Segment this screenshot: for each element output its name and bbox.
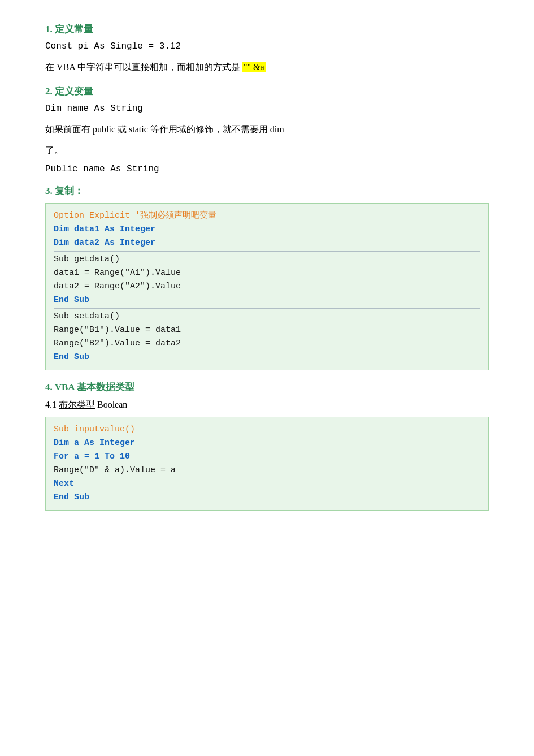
code-line-next: Next xyxy=(54,477,480,491)
code-public: Public name As String xyxy=(45,164,489,174)
sub-boolean-label: Boolean xyxy=(97,400,127,409)
code-line-dim2: Dim data2 As Integer xyxy=(54,236,480,250)
heading-1: 1. 定义常量 xyxy=(45,23,489,36)
text-vba-string: 在 VBA 中字符串可以直接相加，而相加的方式是 "" &a xyxy=(45,59,489,75)
code-line-dim-a: Dim a As Integer xyxy=(54,437,480,450)
sub-number: 4.1 xyxy=(45,400,57,409)
code-const: Const pi As Single = 3.12 xyxy=(45,41,489,51)
text-public-static: 如果前面有 public 或 static 等作用域的修饰，就不需要用 dim xyxy=(45,122,489,137)
code-line-option: Option Explicit '强制必须声明吧变量 xyxy=(54,209,480,223)
section-4: 4. VBA 基本数据类型 4.1 布尔类型 Boolean Sub input… xyxy=(45,381,489,511)
section-2: 2. 定义变量 Dim name As String 如果前面有 public … xyxy=(45,85,489,174)
divider-1 xyxy=(54,251,480,252)
code-line-end-sub-get: End Sub xyxy=(54,293,480,307)
divider-2 xyxy=(54,308,480,309)
code-line-sub-input: Sub inputvalue() xyxy=(54,423,480,437)
code-line-for: For a = 1 To 10 xyxy=(54,450,480,464)
sub-heading-41: 4.1 布尔类型 Boolean xyxy=(45,399,489,411)
code-line-sub-get: Sub getdata() xyxy=(54,253,480,266)
heading-2: 2. 定义变量 xyxy=(45,85,489,98)
highlight-concat: "" &a xyxy=(242,62,266,72)
heading-3: 3. 复制： xyxy=(45,184,489,197)
code-line-dim1: Dim data1 As Integer xyxy=(54,223,480,236)
section-3: 3. 复制： Option Explicit '强制必须声明吧变量 Dim da… xyxy=(45,184,489,370)
code-line-range-b1: Range("B1").Value = data1 xyxy=(54,323,480,337)
code-line-sub-set: Sub setdata() xyxy=(54,310,480,323)
code-line-end-sub-set: End Sub xyxy=(54,351,480,364)
code-line-data1-get: data1 = Range("A1").Value xyxy=(54,266,480,280)
sub-text-bool: 布尔类型 xyxy=(59,400,95,409)
code-line-data2-get: data2 = Range("A2").Value xyxy=(54,280,480,293)
text-before-highlight: 在 VBA 中字符串可以直接相加，而相加的方式是 xyxy=(45,62,240,72)
code-line-range-d: Range("D" & a).Value = a xyxy=(54,464,480,477)
section-1: 1. 定义常量 Const pi As Single = 3.12 在 VBA … xyxy=(45,23,489,75)
code-line-end-sub-input: End Sub xyxy=(54,491,480,504)
heading-4: 4. VBA 基本数据类型 xyxy=(45,381,489,394)
code-dim: Dim name As String xyxy=(45,103,489,114)
code-block-getset: Option Explicit '强制必须声明吧变量 Dim data1 As … xyxy=(45,203,489,370)
code-block-inputvalue: Sub inputvalue() Dim a As Integer For a … xyxy=(45,417,489,511)
code-line-range-b2: Range("B2").Value = data2 xyxy=(54,337,480,351)
text-continuation: 了。 xyxy=(45,142,489,158)
